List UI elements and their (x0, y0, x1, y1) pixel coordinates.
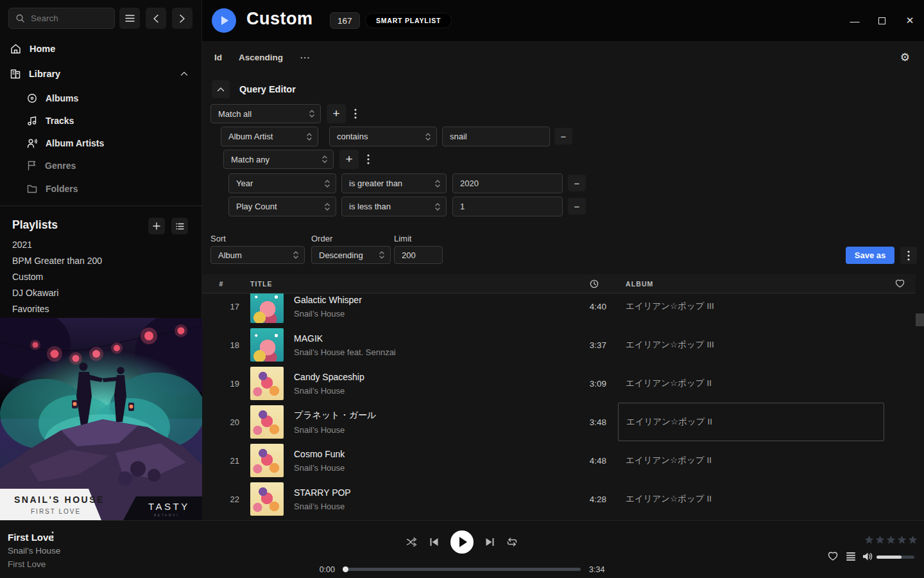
play-playlist-button[interactable] (212, 8, 236, 33)
column-header-duration[interactable] (568, 279, 606, 288)
limit-input[interactable] (394, 246, 443, 264)
sidebar-item-home[interactable]: Home (0, 39, 202, 58)
favorite-button[interactable] (828, 552, 838, 561)
sidebar-item-library[interactable]: Library (0, 64, 202, 83)
search-box[interactable] (8, 8, 115, 29)
seek-knob[interactable] (343, 566, 348, 572)
playlist-item[interactable]: DJ Okawari (12, 288, 185, 302)
column-header-album[interactable]: ALBUM (618, 280, 884, 288)
track-title[interactable]: STARRY POP (294, 487, 568, 498)
track-album[interactable]: エイリアン☆ポップ III (618, 326, 884, 364)
track-title[interactable]: Cosmo Funk (294, 449, 568, 459)
remove-rule-button[interactable]: − (554, 128, 572, 144)
group-options-kebab-1[interactable] (350, 104, 361, 123)
star-icon[interactable] (886, 535, 896, 545)
queue-button[interactable] (846, 552, 855, 561)
sidebar-item-albums[interactable]: Albums (0, 89, 202, 107)
playlist-list-button[interactable] (171, 218, 188, 234)
save-options-kebab[interactable] (900, 247, 917, 264)
rule-field-select[interactable]: Play Count (228, 197, 336, 216)
rule-value-input[interactable] (452, 173, 563, 193)
rule-operator-select[interactable]: is less than (341, 197, 447, 216)
track-title[interactable]: MAGIK (294, 333, 568, 344)
nav-back-button[interactable] (146, 8, 166, 29)
now-playing-album[interactable]: First Love (8, 559, 46, 569)
rule-field-select[interactable]: Album Artist (221, 127, 318, 146)
nav-forward-button[interactable] (172, 8, 193, 29)
previous-track-button[interactable] (429, 538, 439, 547)
table-row[interactable]: 20 プラネット・ガールSnail’s House 3:48 エイリアン☆ポップ… (202, 403, 916, 441)
window-maximize-button[interactable] (871, 11, 893, 30)
play-pause-button[interactable] (450, 530, 474, 554)
track-album-focused-cell[interactable]: エイリアン☆ポップ II (618, 403, 884, 441)
rule-value-input[interactable] (452, 197, 563, 216)
column-settings-gear-icon[interactable]: ⚙ (900, 51, 910, 64)
seek-slider[interactable] (343, 568, 581, 571)
sort-field-button[interactable]: Id (214, 53, 222, 62)
track-album[interactable]: エイリアン☆ポップ II (618, 480, 884, 518)
track-album[interactable]: エイリアン☆ポップ II (618, 364, 884, 403)
track-title[interactable]: プラネット・ガール (294, 410, 568, 421)
chevron-up-icon[interactable] (180, 71, 188, 76)
column-header-index[interactable]: # (202, 280, 241, 288)
sort-select[interactable]: Album (210, 246, 305, 264)
playlist-item[interactable]: Favorites (12, 304, 185, 318)
match-type-select-2[interactable]: Match any (223, 150, 334, 169)
remove-rule-button[interactable]: − (568, 198, 586, 215)
save-as-button[interactable]: Save as (846, 247, 894, 264)
now-playing-artist[interactable]: Snail’s House (8, 546, 60, 556)
sidebar-item-genres[interactable]: Genres (0, 157, 202, 175)
star-icon[interactable] (897, 535, 907, 545)
remove-rule-button[interactable]: − (568, 175, 586, 191)
track-artist[interactable]: Snail’s House feat. Sennzai (294, 347, 568, 357)
table-row[interactable]: 19 Candy SpaceshipSnail’s House 3:09 エイリ… (202, 364, 916, 403)
track-artist[interactable]: Snail’s House (294, 386, 568, 396)
search-input[interactable] (31, 13, 101, 23)
shuffle-button[interactable] (406, 537, 418, 547)
window-close-button[interactable]: ✕ (899, 11, 921, 30)
playlist-item[interactable]: 2021 (12, 240, 185, 254)
star-icon[interactable] (875, 535, 885, 545)
repeat-button[interactable] (506, 538, 518, 547)
column-header-favorite[interactable] (884, 279, 916, 288)
track-title[interactable]: Candy Spaceship (294, 372, 568, 382)
rule-value-input[interactable] (442, 127, 550, 146)
sort-direction-button[interactable]: Ascending (239, 53, 283, 62)
table-row[interactable]: 17 Galactic WhisperSnail’s House 4:40 エイ… (202, 293, 916, 326)
sidebar-item-album-artists[interactable]: Album Artists (0, 134, 202, 152)
now-playing-title[interactable]: First Love (8, 532, 54, 543)
track-album[interactable]: エイリアン☆ポップ III (618, 293, 884, 326)
add-rule-button-2[interactable]: + (339, 150, 359, 169)
table-row[interactable]: 18 MAGIKSnail’s House feat. Sennzai 3:37… (202, 326, 916, 364)
window-minimize-button[interactable]: — (844, 11, 866, 30)
more-options-button[interactable]: ⋯ (300, 51, 311, 64)
playlist-item[interactable]: BPM Greater than 200 (12, 256, 185, 270)
table-row[interactable]: 22 STARRY POPSnail’s House 4:28 エイリアン☆ポッ… (202, 480, 916, 518)
track-artist[interactable]: Snail’s House (294, 425, 568, 435)
create-playlist-button[interactable] (148, 218, 165, 234)
track-artist[interactable]: Snail’s House (294, 309, 568, 319)
sidebar-item-tracks[interactable]: Tracks (0, 112, 202, 130)
playlist-item[interactable]: Custom (12, 272, 185, 286)
rule-operator-select[interactable]: contains (329, 127, 437, 146)
add-rule-button-1[interactable]: + (327, 104, 346, 123)
volume-button[interactable] (862, 552, 873, 561)
query-editor-collapse-button[interactable] (212, 80, 230, 98)
sidebar-item-folders[interactable]: Folders (0, 180, 202, 198)
track-artist[interactable]: Snail’s House (294, 463, 568, 473)
menu-button[interactable] (119, 8, 140, 29)
table-scrollbar-thumb[interactable] (916, 313, 924, 326)
now-playing-kebab[interactable] (51, 531, 54, 541)
track-artist[interactable]: Snail’s House (294, 502, 568, 511)
table-row[interactable]: 21 Cosmo FunkSnail’s House 4:48 エイリアン☆ポッ… (202, 441, 916, 480)
star-icon[interactable] (908, 535, 918, 545)
rule-operator-select[interactable]: is greater than (341, 173, 447, 193)
now-playing-album-art[interactable]: SNAIL'S HOUSE FIRST LOVE TASTY BETAMXI (0, 318, 202, 520)
next-track-button[interactable] (485, 538, 495, 547)
order-select[interactable]: Descending (311, 246, 391, 264)
track-title[interactable]: Galactic Whisper (294, 295, 568, 305)
volume-slider[interactable] (877, 556, 914, 559)
rule-field-select[interactable]: Year (228, 173, 336, 193)
star-icon[interactable] (864, 535, 874, 545)
track-album[interactable]: エイリアン☆ポップ II (618, 441, 884, 480)
